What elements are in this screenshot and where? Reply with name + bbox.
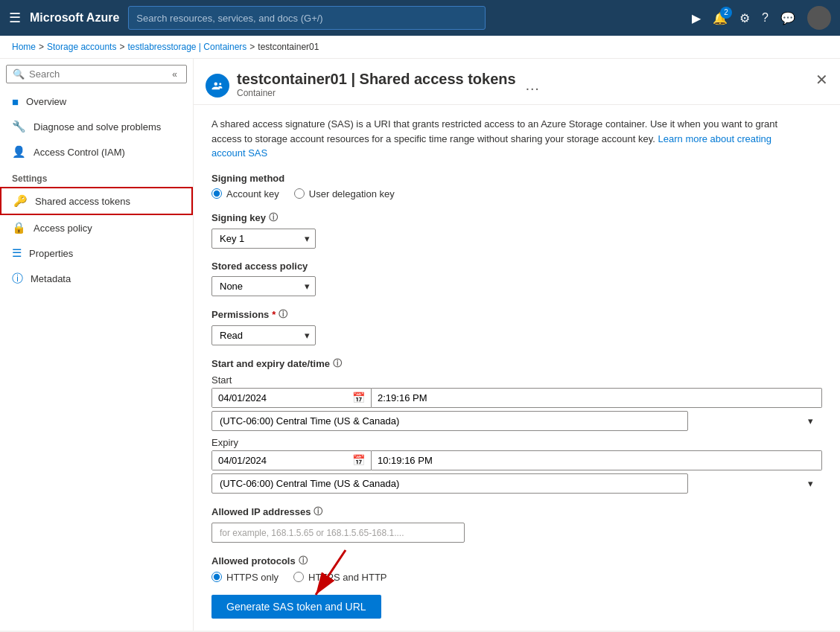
sidebar-item-overview-label: Overview <box>26 96 66 107</box>
form-area: A shared access signature (SAS) is a URI… <box>194 105 840 631</box>
generate-sas-button[interactable]: Generate SAS token and URL <box>211 595 381 619</box>
content-area: testcontainer01 | Shared access tokens C… <box>194 59 840 631</box>
permissions-required: * <box>272 309 276 320</box>
cloud-shell-icon[interactable]: ▶ <box>692 11 701 25</box>
notification-badge: 2 <box>720 7 732 19</box>
user-delegation-label: User delegation key <box>309 188 395 200</box>
expiry-time-input[interactable] <box>372 450 822 470</box>
allowed-ip-input[interactable] <box>211 523 465 543</box>
start-timezone-wrapper[interactable]: (UTC-06:00) Central Time (US & Canada) <box>211 411 822 431</box>
breadcrumb: Home > Storage accounts > testlabresstor… <box>0 36 840 59</box>
account-key-option[interactable]: Account key <box>211 188 279 200</box>
signing-method-section: Signing method Account key User delegati… <box>211 173 822 200</box>
permissions-select[interactable]: Read Write Delete List Add Create <box>211 325 316 345</box>
page-header-icon <box>206 74 229 98</box>
start-expiry-label: Start and expiry date/time ⓘ <box>211 357 822 370</box>
svg-point-1 <box>219 83 221 85</box>
sidebar-collapse-icon[interactable]: « <box>169 69 180 80</box>
global-search-input[interactable] <box>136 13 477 24</box>
allowed-protocols-section: Allowed protocols ⓘ HTTPS only HTTPS and… <box>211 555 822 583</box>
start-expiry-info-icon[interactable]: ⓘ <box>333 357 342 370</box>
allowed-protocols-info-icon[interactable]: ⓘ <box>299 555 308 567</box>
sidebar-item-iam[interactable]: 👤 Access Control (IAM) <box>0 139 193 165</box>
expiry-date-input-wrap[interactable]: 📅 <box>211 450 372 470</box>
signing-method-radio-group: Account key User delegation key <box>211 188 822 200</box>
user-delegation-radio[interactable] <box>294 188 305 199</box>
sidebar-item-access-policy[interactable]: 🔒 Access policy <box>0 215 193 240</box>
https-http-label: HTTPS and HTTP <box>308 572 386 583</box>
more-options-button[interactable]: … <box>525 77 540 94</box>
start-expiry-section: Start and expiry date/time ⓘ Start 📅 <box>211 357 822 494</box>
https-http-radio[interactable] <box>293 572 304 582</box>
feedback-icon[interactable]: 💬 <box>780 11 795 25</box>
permissions-info-icon[interactable]: ⓘ <box>279 308 287 321</box>
sidebar-search-wrapper[interactable]: 🔍 « <box>6 65 187 83</box>
svg-point-0 <box>214 83 218 86</box>
allowed-ip-info-icon[interactable]: ⓘ <box>314 505 322 518</box>
help-icon[interactable]: ? <box>762 11 769 25</box>
start-date-input[interactable] <box>212 389 346 407</box>
expiry-date-input[interactable] <box>212 451 346 470</box>
start-datetime-row: 📅 <box>211 388 822 408</box>
account-key-radio[interactable] <box>211 188 222 199</box>
https-only-radio[interactable] <box>211 572 222 582</box>
sidebar-item-metadata[interactable]: ⓘ Metadata <box>0 266 193 292</box>
sidebar-item-diagnose[interactable]: 🔧 Diagnose and solve problems <box>0 114 193 139</box>
sidebar-item-metadata-label: Metadata <box>31 273 71 284</box>
user-avatar[interactable] <box>807 6 831 30</box>
allowed-ip-section: Allowed IP addresses ⓘ <box>211 505 822 543</box>
sidebar: 🔍 « ■ Overview 🔧 Diagnose and solve prob… <box>0 59 194 631</box>
sidebar-item-shared-access-tokens[interactable]: 🔑 Shared access tokens <box>0 187 193 215</box>
https-only-label: HTTPS only <box>226 572 279 583</box>
https-http-option[interactable]: HTTPS and HTTP <box>293 572 386 583</box>
diagnose-icon: 🔧 <box>12 120 26 133</box>
nav-icons: ▶ 🔔 2 ⚙ ? 💬 <box>692 6 831 30</box>
access-policy-icon: 🔒 <box>12 221 26 234</box>
expiry-label: Expiry <box>211 437 822 448</box>
global-search-bar[interactable] <box>128 6 486 30</box>
page-title: testcontainer01 | Shared access tokens <box>237 71 516 88</box>
signing-key-section: Signing key ⓘ Key 1 Key 2 <box>211 211 822 249</box>
permissions-label: Permissions * ⓘ <box>211 308 822 321</box>
stored-access-policy-label: Stored access policy <box>211 261 822 272</box>
sidebar-item-properties[interactable]: ☰ Properties <box>0 240 193 266</box>
sidebar-item-properties-label: Properties <box>29 248 73 259</box>
start-calendar-icon[interactable]: 📅 <box>346 392 371 403</box>
stored-access-policy-section: Stored access policy None <box>211 261 822 296</box>
close-button[interactable]: ✕ <box>815 71 828 89</box>
signing-key-select[interactable]: Key 1 Key 2 <box>211 229 316 249</box>
user-delegation-option[interactable]: User delegation key <box>294 188 395 200</box>
stored-access-policy-select-wrapper[interactable]: None <box>211 276 316 296</box>
expiry-timezone-select[interactable]: (UTC-06:00) Central Time (US & Canada) <box>211 473 688 494</box>
signing-key-info-icon[interactable]: ⓘ <box>269 211 278 224</box>
expiry-calendar-icon[interactable]: 📅 <box>346 454 371 466</box>
properties-icon: ☰ <box>12 246 22 260</box>
settings-icon[interactable]: ⚙ <box>739 11 750 25</box>
expiry-timezone-wrapper[interactable]: (UTC-06:00) Central Time (US & Canada) <box>211 473 822 494</box>
start-date-input-wrap[interactable]: 📅 <box>211 388 372 408</box>
sidebar-item-overview[interactable]: ■ Overview <box>0 89 193 114</box>
account-key-label: Account key <box>226 188 279 200</box>
sidebar-search-input[interactable] <box>29 68 169 80</box>
permissions-select-wrapper[interactable]: Read Write Delete List Add Create <box>211 325 316 345</box>
hamburger-menu[interactable]: ☰ <box>9 10 21 26</box>
https-only-option[interactable]: HTTPS only <box>211 572 279 583</box>
signing-method-label: Signing method <box>211 173 822 184</box>
breadcrumb-home[interactable]: Home <box>12 42 36 52</box>
breadcrumb-resource[interactable]: testlabresstorage | Containers <box>127 42 246 52</box>
permissions-section: Permissions * ⓘ Read Write Delete List A… <box>211 308 822 345</box>
start-timezone-select[interactable]: (UTC-06:00) Central Time (US & Canada) <box>211 411 688 431</box>
allowed-ip-label: Allowed IP addresses ⓘ <box>211 505 822 518</box>
page-header: testcontainer01 | Shared access tokens C… <box>194 59 840 105</box>
start-time-input[interactable] <box>372 388 822 408</box>
sidebar-item-iam-label: Access Control (IAM) <box>34 147 125 158</box>
settings-section-label: Settings <box>0 165 193 187</box>
signing-key-select-wrapper[interactable]: Key 1 Key 2 <box>211 229 316 249</box>
notifications-icon[interactable]: 🔔 2 <box>713 11 728 25</box>
brand-name: Microsoft Azure <box>30 11 119 25</box>
stored-access-policy-select[interactable]: None <box>211 276 316 296</box>
overview-icon: ■ <box>12 95 19 108</box>
breadcrumb-storage-accounts[interactable]: Storage accounts <box>47 42 116 52</box>
breadcrumb-current: testcontainer01 <box>258 42 319 52</box>
shared-access-tokens-icon: 🔑 <box>13 194 28 208</box>
